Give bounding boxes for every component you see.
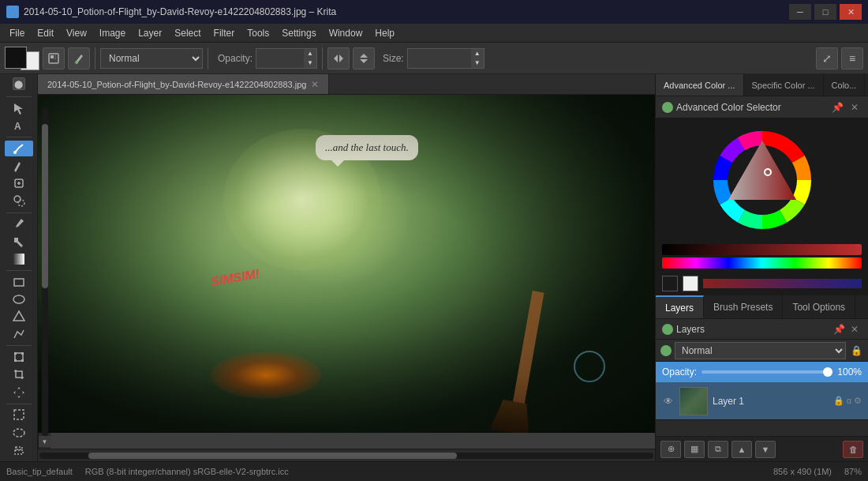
color-wheel-area[interactable] [656,118,868,241]
size-input[interactable]: 30.00 px [408,53,471,64]
select-tool-button[interactable] [5,100,33,116]
foreground-color-swatch[interactable] [5,47,27,69]
color-tab-3[interactable]: Colo... [824,74,866,96]
text-tool-button[interactable]: A [5,118,33,133]
layer-opacity-slider[interactable] [702,370,832,374]
specific-color-tab[interactable]: Specific Color ... [744,74,824,96]
wrap-icon[interactable]: ⤢ [816,47,838,70]
ellipse-tool-button[interactable] [5,291,33,307]
size-down-button[interactable]: ▼ [471,58,484,68]
dimensions: 856 x 490 (1M) [773,467,832,476]
layer-opacity-thumb[interactable] [823,367,832,377]
duplicate-layer-button[interactable]: ⧉ [708,441,728,458]
document-tab[interactable]: 2014-05-10_Potion-of-Flight_by-David-Rev… [38,74,329,94]
opacity-spinbox[interactable]: 1.00 ▲ ▼ [256,48,317,69]
layer-blend-mode-select[interactable]: Normal [675,342,846,359]
close-button[interactable]: ✕ [840,4,862,20]
layers-tab[interactable]: Layers [656,295,704,318]
layers-section: Layers Brush Presets Tool Options Layers… [656,295,868,461]
menu-help[interactable]: Help [369,24,401,42]
opacity-down-button[interactable]: ▼ [304,58,316,68]
title-bar: 2014-05-10_Potion-of-Flight_by-David-Rev… [0,0,868,24]
svg-rect-16 [21,352,24,355]
selection-ellipse-button[interactable] [5,424,33,440]
scroll-h-track[interactable] [39,453,653,459]
move-button[interactable] [5,384,33,400]
canvas-image[interactable]: ...and the last touch. SIMSIM! [38,95,655,433]
layers-panel-pin-button[interactable]: 📌 [832,322,846,336]
foreground-background-color[interactable] [5,47,39,70]
current-bg-color[interactable] [683,276,698,291]
settings-icon[interactable]: ≡ [841,47,863,70]
layers-panel-close-button[interactable]: ✕ [847,322,862,336]
color-panel-close-button[interactable]: ✕ [847,100,862,115]
scroll-h-thumb[interactable] [88,453,457,459]
status-bar: Basic_tip_default RGB (8-bit integer/cha… [0,461,868,481]
calligraphy-button[interactable] [5,158,33,174]
mirror-v-icon[interactable] [353,47,375,70]
spectrum-bar[interactable] [662,257,862,269]
contiguous-selection-button[interactable] [5,442,33,458]
menu-image[interactable]: Image [93,24,132,42]
color-range-bar[interactable] [703,279,862,288]
layer-visibility-button[interactable]: 👁 [662,395,675,408]
polyline-tool-button[interactable] [5,326,33,342]
scroll-v-track[interactable] [42,107,48,436]
scroll-down-button[interactable]: ▼ [39,436,51,447]
advanced-color-tab[interactable]: Advanced Color ... [656,74,744,96]
opacity-up-button[interactable]: ▲ [304,49,316,58]
menu-settings[interactable]: Settings [275,24,322,42]
menu-tools[interactable]: Tools [241,24,275,42]
color-toggle-icon[interactable] [662,102,673,113]
polygon-tool-button[interactable] [5,309,33,325]
freehand-brush-button[interactable] [5,141,33,156]
menu-filter[interactable]: Filter [208,24,241,42]
size-spinbox[interactable]: 30.00 px ▲ ▼ [407,48,485,69]
add-layer-button[interactable]: ⊕ [660,441,681,458]
mirror-h-icon[interactable] [327,47,350,70]
layer-name[interactable]: Layer 1 [713,396,829,407]
size-label: Size: [383,53,404,64]
tab-filename: 2014-05-10_Potion-of-Flight_by-David-Rev… [47,80,306,89]
smart-patch-button[interactable] [5,175,33,191]
move-down-button[interactable]: ▼ [755,441,776,458]
maximize-button[interactable]: □ [814,4,836,20]
crop-button[interactable] [5,366,33,382]
rectangle-tool-button[interactable] [5,274,33,290]
window-title: 2014-05-10_Potion-of-Flight_by-David-Rev… [24,6,336,17]
current-fg-color[interactable] [662,276,678,291]
fill-tool-button[interactable] [5,233,33,249]
menu-file[interactable]: File [3,24,31,42]
minimize-button[interactable]: ─ [789,4,811,20]
layer-item[interactable]: 👁 Layer 1 🔒 α ⚙ [656,382,868,420]
gradient-tool-button[interactable] [5,251,33,267]
layer-visibility-icon[interactable] [660,345,672,356]
color-panel-pin-button[interactable]: 📌 [830,100,844,115]
opacity-input[interactable]: 1.00 [256,53,304,64]
eyedropper-button[interactable] [5,216,33,231]
size-up-button[interactable]: ▲ [471,49,484,58]
layer-lock-button[interactable]: 🔒 [849,344,863,358]
app-icon [6,6,19,18]
menu-view[interactable]: View [60,24,93,42]
clone-stamp-button[interactable] [5,193,33,209]
delete-layer-button[interactable]: 🗑 [843,441,863,458]
brush-icon[interactable] [68,47,90,70]
brush-presets-tab[interactable]: Brush Presets [704,295,783,318]
tool-options-tab[interactable]: Tool Options [783,295,855,318]
add-group-button[interactable]: ▦ [684,441,705,458]
blend-mode-select[interactable]: Normal [100,48,203,69]
menu-select[interactable]: Select [168,24,207,42]
horizontal-scrollbar[interactable] [38,449,655,461]
color-wheel-svg[interactable] [711,129,814,231]
transform-button[interactable] [5,349,33,365]
tab-close-button[interactable]: ✕ [311,79,319,90]
menu-window[interactable]: Window [323,24,369,42]
menu-layer[interactable]: Layer [132,24,168,42]
menu-edit[interactable]: Edit [31,24,60,42]
selection-rect-button[interactable] [5,407,33,423]
hue-bar[interactable] [662,244,862,255]
move-up-button[interactable]: ▲ [731,441,752,458]
brush-preset-icon[interactable] [43,47,65,70]
scroll-v-thumb[interactable] [42,124,48,288]
